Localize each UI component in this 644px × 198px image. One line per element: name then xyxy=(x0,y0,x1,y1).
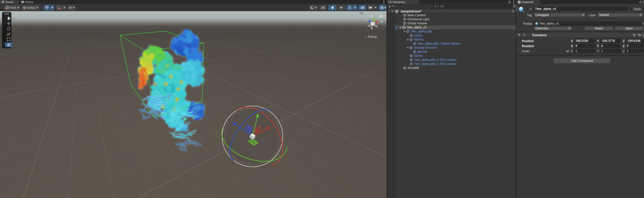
svg-text:Y: Y xyxy=(46,8,48,10)
svg-text:x: x xyxy=(381,20,383,24)
svg-text:Persp: Persp xyxy=(368,35,377,39)
svg-text:‹: ‹ xyxy=(365,35,366,39)
svg-text:z: z xyxy=(366,18,367,21)
svg-text:TF: TF xyxy=(403,27,405,28)
svg-text:?: ? xyxy=(634,34,635,37)
svg-text:y: y xyxy=(371,14,373,17)
